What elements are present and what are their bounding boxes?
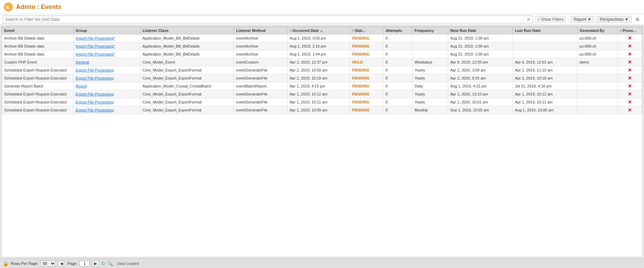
delete-button[interactable]: ✕ bbox=[628, 59, 632, 65]
cell-attempts: 0 bbox=[383, 106, 412, 114]
prev-page-button[interactable]: ◀ bbox=[58, 260, 65, 267]
col-header-next-run[interactable]: Next Run Date bbox=[448, 27, 513, 34]
clear-search-button[interactable]: ✕ bbox=[526, 17, 531, 22]
group-link[interactable]: Export File Processing bbox=[76, 108, 114, 112]
cell-generated-by bbox=[577, 74, 618, 82]
group-link[interactable]: General bbox=[76, 60, 89, 64]
cell-frequency bbox=[412, 42, 448, 50]
page-label: Page: bbox=[67, 261, 77, 266]
cell-status: PENDING bbox=[350, 90, 383, 98]
cell-listener-method: eventArchive bbox=[234, 50, 287, 58]
report-button[interactable]: Report ▼ bbox=[571, 16, 594, 23]
cell-next-run: Sep 1, 2019, 10:05 am bbox=[448, 106, 513, 114]
cell-group: Export File Processing bbox=[73, 98, 140, 106]
group-link[interactable]: Export File Processing bbox=[76, 92, 114, 96]
group-link[interactable]: Import File Processing* bbox=[76, 44, 115, 48]
cell-last-run bbox=[513, 42, 577, 50]
filter-icon-status: ▿ bbox=[352, 29, 354, 33]
cell-frequency: Yearly bbox=[412, 98, 448, 106]
rows-per-page-select[interactable]: 10 25 50 100 bbox=[40, 260, 56, 267]
gear-button[interactable]: ⚙ bbox=[634, 16, 641, 23]
group-link[interactable]: Report bbox=[76, 84, 87, 88]
cell-process: ✕ bbox=[618, 42, 642, 50]
col-header-event[interactable]: Event bbox=[2, 27, 73, 34]
cell-listener-class: Application_Model_Bill_BillDetails bbox=[140, 42, 234, 50]
sort-icon-occurred: ▲ bbox=[320, 29, 323, 33]
group-link[interactable]: Import File Processing* bbox=[76, 52, 115, 56]
next-page-button[interactable]: ▶ bbox=[92, 260, 99, 267]
col-header-listener-class[interactable]: Listener Class bbox=[140, 27, 234, 34]
delete-button[interactable]: ✕ bbox=[628, 43, 632, 49]
group-link[interactable]: Export File Processing bbox=[76, 68, 114, 72]
cell-event: Scheduled Export Request Executed bbox=[2, 90, 73, 98]
delete-button[interactable]: ✕ bbox=[628, 83, 632, 89]
cell-attempts: 0 bbox=[383, 82, 412, 90]
cell-status: HOLD bbox=[350, 58, 383, 66]
delete-button[interactable]: ✕ bbox=[628, 91, 632, 97]
cell-last-run: Apr 1, 2019, 10:12 am bbox=[513, 90, 577, 98]
delete-button[interactable]: ✕ bbox=[628, 107, 632, 113]
cell-listener-class: Application_Model_Bill_BillDetails bbox=[140, 34, 234, 42]
group-link[interactable]: Export File Processing bbox=[76, 100, 114, 104]
perspectives-button[interactable]: Perspectives ▼ bbox=[597, 16, 632, 23]
cell-last-run: Aug 1, 2019, 10:06 am bbox=[513, 106, 577, 114]
table-row: Archive Bill Details data Import File Pr… bbox=[2, 34, 642, 42]
group-link[interactable]: Import File Processing* bbox=[76, 36, 115, 40]
cell-last-run: Jul 31, 2019, 4:16 pm bbox=[513, 82, 577, 90]
delete-button[interactable]: ✕ bbox=[628, 35, 632, 41]
col-header-process[interactable]: ▿Proce... bbox=[618, 27, 642, 34]
data-grid: Event Group Listener Class Listener Meth… bbox=[1, 26, 643, 257]
cell-process: ✕ bbox=[618, 66, 642, 74]
status-badge: PENDING bbox=[352, 92, 369, 96]
cell-listener-class: Core_Model_Export_ExportFormat bbox=[140, 74, 234, 82]
delete-button[interactable]: ✕ bbox=[628, 99, 632, 105]
table-row: Archive Bill Details data Import File Pr… bbox=[2, 50, 642, 58]
zoom-button[interactable]: 🔍 bbox=[107, 261, 113, 266]
cell-generated-by bbox=[577, 66, 618, 74]
cell-generated-by: pcr360-cli bbox=[577, 42, 618, 50]
filter-icon-occurred: ▿ bbox=[290, 29, 291, 33]
cell-attempts: 0 bbox=[383, 34, 412, 42]
cell-listener-class: Core_Model_Export_ExportFormat bbox=[140, 90, 234, 98]
table-row: Archive Bill Details data Import File Pr… bbox=[2, 42, 642, 50]
cell-listener-method: eventGenerateFile bbox=[234, 106, 287, 114]
cell-generated-by bbox=[577, 82, 618, 90]
cell-event: Scheduled Export Request Executed bbox=[2, 98, 73, 106]
col-header-occurred-date[interactable]: ▿Occurred Date▲ bbox=[287, 27, 350, 34]
status-badge: PENDING bbox=[352, 44, 369, 48]
search-box[interactable]: ✕ bbox=[3, 16, 533, 23]
refresh-button[interactable]: ↻ bbox=[101, 261, 105, 266]
cell-listener-class: Core_Model_Export_ExportFormat bbox=[140, 98, 234, 106]
col-header-group[interactable]: Group bbox=[73, 27, 140, 34]
show-filters-button[interactable]: ▿ Show Filters bbox=[535, 16, 566, 23]
search-input[interactable] bbox=[5, 17, 526, 22]
col-header-frequency[interactable]: Frequency bbox=[412, 27, 448, 34]
col-header-attempts[interactable]: Attempts bbox=[383, 27, 412, 34]
cell-occurred-date: Apr 1, 2019, 10:09 am bbox=[287, 106, 350, 114]
cell-group: Export File Processing bbox=[73, 74, 140, 82]
page-title: Admin : Events bbox=[16, 3, 61, 11]
table-row: Scheduled Export Request Executed Export… bbox=[2, 90, 642, 98]
cell-occurred-date: Aug 1, 2019, 2:16 pm bbox=[287, 42, 350, 50]
delete-button[interactable]: ✕ bbox=[628, 51, 632, 57]
cell-event: Custom PHP Event bbox=[2, 58, 73, 66]
group-link[interactable]: Export File Processing bbox=[76, 76, 114, 80]
cell-next-run: Aug 1, 2019, 4:15 pm bbox=[448, 82, 513, 90]
delete-button[interactable]: ✕ bbox=[628, 75, 632, 81]
cell-attempts: 0 bbox=[383, 74, 412, 82]
col-header-last-run[interactable]: Last Run Date bbox=[513, 27, 577, 34]
status-badge: PENDING bbox=[352, 76, 369, 80]
cell-attempts: 0 bbox=[383, 50, 412, 58]
page-header: A Admin : Events bbox=[0, 0, 644, 14]
cell-next-run: Aug 21, 2019, 1:00 am bbox=[448, 34, 513, 42]
delete-button[interactable]: ✕ bbox=[628, 67, 632, 73]
cell-next-run: Aug 21, 2019, 1:00 am bbox=[448, 42, 513, 50]
cell-status: PENDING bbox=[350, 34, 383, 42]
cell-event: Archive Bill Details data bbox=[2, 34, 73, 42]
cell-status: PENDING bbox=[350, 66, 383, 74]
col-header-listener-method[interactable]: Listener Method bbox=[234, 27, 287, 34]
col-header-status[interactable]: ▿Stat... bbox=[350, 27, 383, 34]
status-badge: HOLD bbox=[352, 60, 363, 64]
col-header-generated-by[interactable]: Generated By bbox=[577, 27, 618, 34]
page-number-input[interactable] bbox=[79, 261, 90, 266]
